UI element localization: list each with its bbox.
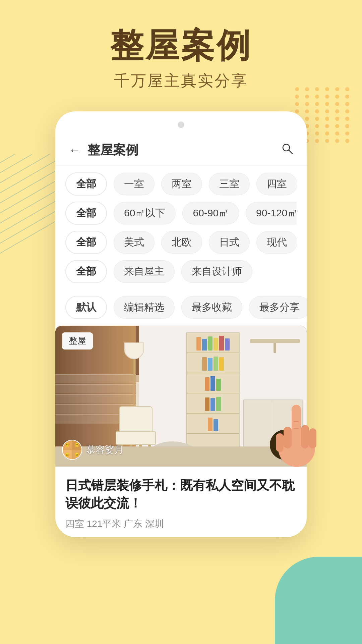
filter-tag-designer[interactable]: 来自设计师 <box>181 260 252 283</box>
back-button[interactable]: ← <box>69 143 81 157</box>
sort-editor-pick[interactable]: 编辑精选 <box>114 296 175 319</box>
filter-tag-american[interactable]: 美式 <box>114 231 155 254</box>
avatar-image: 😊 😊 😊 😊 <box>62 440 82 460</box>
svg-rect-8 <box>276 433 284 452</box>
card-avatar: 😊 😊 😊 😊 慕容娑月 <box>62 440 124 460</box>
avatar-name: 慕容娑月 <box>86 443 124 456</box>
filter-tag-japanese[interactable]: 日式 <box>209 231 250 254</box>
card-title: 日式错层装修手札：既有私人空间又不耽误彼此交流！ <box>65 477 297 512</box>
filter-tag-area-60[interactable]: 60㎡以下 <box>114 202 176 224</box>
sort-most-saved[interactable]: 最多收藏 <box>181 296 242 319</box>
hand-pointer-decoration <box>273 395 320 470</box>
svg-line-1 <box>289 150 292 154</box>
filter-tag-modern[interactable]: 现代 <box>256 231 297 254</box>
bookshelf <box>186 332 240 460</box>
filter-row-room-type: 全部 一室 两室 三室 四室 五室 <box>65 172 297 196</box>
card-image: 整屋 编辑 精选 😊 😊 😊 <box>55 326 307 467</box>
filter-row-style: 全部 美式 北欧 日式 现代 复古 <box>65 231 297 254</box>
filter-tag-owner[interactable]: 来自屋主 <box>114 260 175 283</box>
sort-row: 默认 编辑精选 最多收藏 最多分享 <box>55 296 307 326</box>
filter-tag-three-room[interactable]: 三室 <box>209 173 250 195</box>
filter-tag-one-room[interactable]: 一室 <box>114 173 155 195</box>
svg-rect-7 <box>284 427 292 448</box>
app-header: ← 整屋案例 <box>55 135 307 166</box>
card-meta: 四室 121平米 广东 深圳 <box>65 518 297 530</box>
filter-tag-all-style[interactable]: 全部 <box>65 231 107 254</box>
hero-title: 整屋案例 <box>0 27 362 64</box>
card-tag: 整屋 <box>62 332 93 350</box>
svg-point-0 <box>283 144 290 151</box>
filter-tag-all-area[interactable]: 全部 <box>65 202 107 225</box>
app-header-title: 整屋案例 <box>87 142 281 159</box>
sort-default[interactable]: 默认 <box>65 296 107 319</box>
filter-tag-all-room[interactable]: 全部 <box>65 172 107 196</box>
bg-decoration-teal <box>275 557 362 644</box>
phone-notch <box>178 121 184 128</box>
case-card[interactable]: 整屋 编辑 精选 😊 😊 😊 <box>55 326 307 537</box>
filter-section: 全部 一室 两室 三室 四室 五室 全部 60㎡以下 60-90㎡ 90-120… <box>55 166 307 296</box>
card-content: 日式错层装修手札：既有私人空间又不耽误彼此交流！ 四室 121平米 广东 深圳 <box>55 467 307 537</box>
phone-mockup: ← 整屋案例 全部 一室 两室 三室 四室 五室 全部 <box>55 111 307 537</box>
filter-tag-four-room[interactable]: 四室 <box>256 173 297 195</box>
filter-row-area: 全部 60㎡以下 60-90㎡ 90-120㎡ 120- <box>65 202 297 225</box>
floor-lamp <box>127 342 141 410</box>
search-button[interactable] <box>281 143 293 158</box>
filter-tag-all-source[interactable]: 全部 <box>65 260 107 283</box>
filter-row-source: 全部 来自屋主 来自设计师 <box>65 260 297 283</box>
sort-most-shared[interactable]: 最多分享 <box>249 296 307 319</box>
filter-tag-area-60-90[interactable]: 60-90㎡ <box>182 202 239 224</box>
hero-subtitle: 千万屋主真实分享 <box>0 70 362 91</box>
filter-tag-two-room[interactable]: 两室 <box>161 173 202 195</box>
phone-mockup-container: ← 整屋案例 全部 一室 两室 三室 四室 五室 全部 <box>55 111 307 537</box>
filter-tag-area-90-120[interactable]: 90-120㎡ <box>246 202 297 224</box>
cat-shelf <box>250 329 300 356</box>
bg-diagonal-lines <box>0 154 64 262</box>
svg-rect-4 <box>292 405 301 445</box>
hero-section: 整屋案例 千万屋主真实分享 <box>0 0 362 91</box>
filter-tag-nordic[interactable]: 北欧 <box>161 231 202 254</box>
svg-rect-5 <box>301 425 309 448</box>
svg-rect-6 <box>309 428 316 448</box>
